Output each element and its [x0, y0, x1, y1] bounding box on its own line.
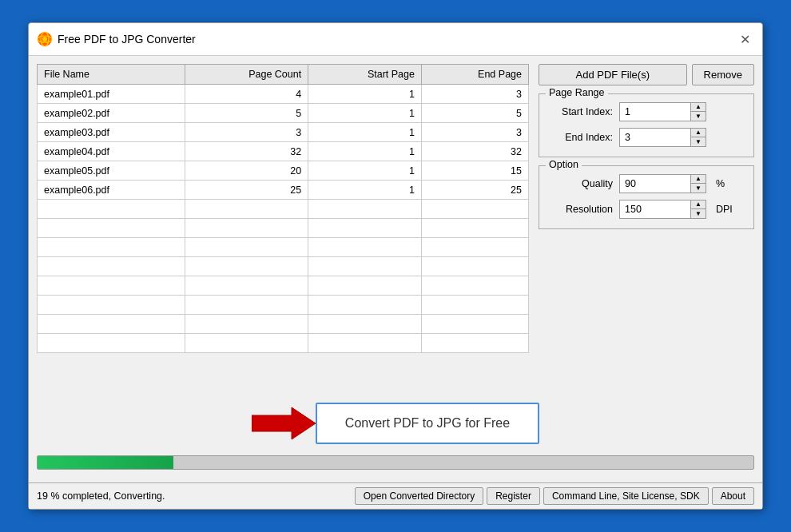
svg-point-3 [42, 37, 47, 42]
cell-pagecount: 20 [185, 161, 308, 181]
quality-spinner: ▲ ▼ [619, 174, 706, 193]
cell-startpage: 1 [308, 85, 422, 104]
cell-startpage: 1 [308, 161, 422, 181]
open-dir-button[interactable]: Open Converted Directory [355, 487, 483, 505]
right-panel: Add PDF File(s) Remove Page Range Start … [539, 64, 754, 383]
resolution-spinner-buttons: ▲ ▼ [691, 200, 706, 219]
page-range-group: Page Range Start Index: ▲ ▼ End Index: [539, 93, 754, 157]
col-filename: File Name [38, 65, 185, 85]
bottom-section: Convert PDF to JPG for Free [29, 391, 762, 482]
add-pdf-button[interactable]: Add PDF File(s) [539, 64, 687, 85]
table-row-empty [38, 238, 529, 257]
table-row-empty [38, 315, 529, 334]
arrow-icon [252, 403, 316, 443]
table-row-empty [38, 334, 529, 353]
cell-endpage: 3 [421, 85, 528, 104]
main-content: File Name Page Count Start Page End Page… [29, 56, 762, 391]
table-row-empty [38, 296, 529, 315]
cell-filename: example02.pdf [38, 104, 185, 123]
end-index-label: End Index: [549, 132, 613, 143]
table-row[interactable]: example02.pdf 5 1 5 [38, 104, 529, 123]
quality-down[interactable]: ▼ [691, 184, 706, 193]
status-buttons: Open Converted Directory Register Comman… [355, 487, 754, 505]
start-index-input[interactable] [619, 102, 691, 121]
option-group: Option Quality ▲ ▼ % Resolution [539, 165, 754, 229]
progress-bar-bg [37, 455, 754, 470]
cell-endpage: 5 [421, 104, 528, 123]
file-table-section: File Name Page Count Start Page End Page… [37, 64, 529, 383]
col-pagecount: Page Count [185, 65, 308, 85]
end-index-input[interactable] [619, 128, 691, 147]
end-index-row: End Index: ▲ ▼ [549, 128, 744, 147]
titlebar-left: Free PDF to JPG Converter [37, 31, 196, 47]
cell-endpage: 15 [421, 161, 528, 181]
statusbar: 19 % completed, Converting. Open Convert… [29, 482, 762, 509]
quality-input[interactable] [619, 174, 691, 193]
cell-startpage: 1 [308, 104, 422, 123]
start-index-down[interactable]: ▼ [691, 112, 706, 121]
resolution-row: Resolution ▲ ▼ DPI [549, 200, 744, 219]
top-buttons: Add PDF File(s) Remove [539, 64, 754, 85]
quality-row: Quality ▲ ▼ % [549, 174, 744, 193]
cell-pagecount: 25 [185, 181, 308, 200]
status-text: 19 % completed, Converting. [37, 490, 165, 502]
end-index-up[interactable]: ▲ [691, 129, 706, 137]
svg-marker-4 [252, 407, 316, 439]
cell-pagecount: 4 [185, 85, 308, 104]
resolution-label: Resolution [549, 204, 613, 215]
file-table: File Name Page Count Start Page End Page… [37, 64, 529, 353]
cell-pagecount: 32 [185, 142, 308, 161]
cell-startpage: 1 [308, 123, 422, 142]
convert-button[interactable]: Convert PDF to JPG for Free [316, 403, 539, 444]
progress-bar-fill [38, 456, 173, 469]
resolution-unit: DPI [716, 204, 733, 215]
table-row-empty [38, 276, 529, 296]
close-button[interactable]: ✕ [735, 30, 754, 49]
start-index-row: Start Index: ▲ ▼ [549, 102, 744, 121]
start-index-spinner-buttons: ▲ ▼ [691, 102, 706, 121]
window-title: Free PDF to JPG Converter [58, 33, 196, 46]
end-index-spinner: ▲ ▼ [619, 128, 706, 147]
quality-label: Quality [549, 178, 613, 189]
cell-filename: example04.pdf [38, 142, 185, 161]
table-row-empty [38, 200, 529, 219]
table-row[interactable]: example01.pdf 4 1 3 [38, 85, 529, 104]
cell-endpage: 25 [421, 181, 528, 200]
page-range-label: Page Range [546, 87, 608, 98]
resolution-input[interactable] [619, 200, 691, 219]
cell-startpage: 1 [308, 181, 422, 200]
table-row[interactable]: example04.pdf 32 1 32 [38, 142, 529, 161]
titlebar: Free PDF to JPG Converter ✕ [29, 23, 762, 56]
col-endpage: End Page [421, 65, 528, 85]
about-button[interactable]: About [712, 487, 754, 505]
start-index-spinner: ▲ ▼ [619, 102, 706, 121]
resolution-spinner: ▲ ▼ [619, 200, 706, 219]
main-window: Free PDF to JPG Converter ✕ File Name Pa… [28, 22, 763, 510]
cell-endpage: 3 [421, 123, 528, 142]
end-index-spinner-buttons: ▲ ▼ [691, 128, 706, 147]
table-row-empty [38, 257, 529, 276]
app-icon [37, 31, 53, 47]
cell-filename: example03.pdf [38, 123, 185, 142]
cell-startpage: 1 [308, 142, 422, 161]
table-row-empty [38, 219, 529, 238]
table-row[interactable]: example05.pdf 20 1 15 [38, 161, 529, 181]
table-row[interactable]: example06.pdf 25 1 25 [38, 181, 529, 200]
quality-unit: % [716, 178, 725, 189]
register-button[interactable]: Register [487, 487, 540, 505]
cell-filename: example05.pdf [38, 161, 185, 181]
start-index-label: Start Index: [549, 106, 613, 117]
option-label: Option [546, 159, 582, 170]
end-index-down[interactable]: ▼ [691, 137, 706, 146]
cmdline-button[interactable]: Command Line, Site License, SDK [543, 487, 709, 505]
resolution-down[interactable]: ▼ [691, 209, 706, 218]
cell-filename: example06.pdf [38, 181, 185, 200]
progress-section [37, 455, 754, 474]
cell-pagecount: 3 [185, 123, 308, 142]
quality-up[interactable]: ▲ [691, 175, 706, 184]
convert-area: Convert PDF to JPG for Free [37, 391, 754, 455]
remove-button[interactable]: Remove [692, 64, 754, 85]
table-row[interactable]: example03.pdf 3 1 3 [38, 123, 529, 142]
start-index-up[interactable]: ▲ [691, 103, 706, 112]
resolution-up[interactable]: ▲ [691, 200, 706, 209]
